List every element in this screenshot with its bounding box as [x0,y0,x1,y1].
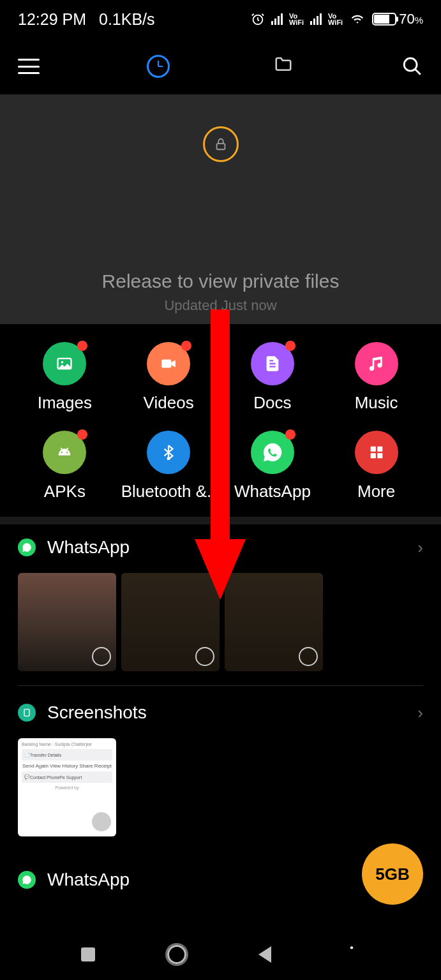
badge-dot [77,429,87,440]
preview-text: Powered by [22,785,112,790]
video-icon [147,342,190,385]
preview-text: Banking Name · Sudipta Chatterjee [22,742,112,746]
section-header-screenshots[interactable]: Screenshots › [18,702,423,723]
folders-tab-icon[interactable] [272,55,295,78]
section-header-whatsapp[interactable]: WhatsApp › [18,537,423,558]
category-label: Docs [253,393,291,413]
chevron-right-icon: › [417,703,423,723]
category-label: WhatsApp [234,482,311,501]
svg-point-4 [61,361,64,364]
badge-dot [181,341,191,351]
category-apks[interactable]: APKs [13,431,117,501]
thumbnail[interactable] [121,573,220,671]
category-whatsapp[interactable]: WhatsApp [221,431,325,501]
battery-icon: 70% [372,11,423,27]
preview-text: 💬 Contact PhonePe Support [22,771,112,783]
divider [0,517,441,524]
status-time: 12:29 PM [18,10,86,29]
search-button[interactable] [401,56,423,77]
alarm-icon [251,12,265,26]
category-label: Music [355,393,398,413]
category-grid: Images Videos Docs Music APKs [0,324,441,517]
screenshot-thumbnails: Banking Name · Sudipta Chatterjee 📄 Tran… [18,738,423,850]
screenshots-icon [18,704,36,722]
vowifi-2-icon: Vo WiFi [328,13,343,26]
whatsapp-icon [18,871,36,889]
svg-rect-12 [377,453,382,458]
app-top-nav [0,38,441,94]
category-label: Bluetooth &.. [121,482,216,501]
svg-point-7 [66,452,68,453]
storage-fab[interactable]: 5GB [362,843,423,905]
svg-rect-10 [377,447,382,452]
category-bluetooth[interactable]: Bluetooth &.. [117,431,221,501]
category-videos[interactable]: Videos [117,342,221,413]
music-icon [355,342,398,385]
svg-rect-11 [370,453,375,458]
preview-text: Send Again View History Share Receipt [22,763,112,769]
pull-subtitle: Updated Just now [164,297,276,314]
select-ring-icon [92,812,111,831]
category-label: Videos [144,393,194,413]
preview-text: 📄 Transfer Details [22,749,112,761]
category-images[interactable]: Images [13,342,117,413]
select-ring-icon [92,647,111,666]
pull-title: Release to view private files [102,271,340,292]
system-nav-bar [0,929,441,980]
badge-dot [285,341,295,351]
menu-button[interactable] [18,59,40,74]
home-button[interactable] [167,945,186,964]
chevron-right-icon: › [417,538,423,558]
svg-point-1 [404,58,417,71]
svg-rect-8 [167,457,170,460]
svg-rect-2 [216,144,225,149]
bluetooth-icon [147,431,190,474]
category-docs[interactable]: Docs [221,342,325,413]
status-net-speed: 0.1KB/s [99,10,155,29]
section-screenshots: Screenshots › Banking Name · Sudipta Cha… [0,686,441,850]
back-button[interactable] [258,946,271,963]
whatsapp-thumbnails [18,573,423,686]
category-more[interactable]: More [324,431,428,501]
svg-point-6 [61,452,63,453]
recent-tab-icon[interactable] [147,55,170,78]
section-title: WhatsApp [47,537,130,558]
section-whatsapp: WhatsApp › [0,524,441,686]
recents-button[interactable] [81,947,95,961]
thumbnail[interactable]: Banking Name · Sudipta Chatterjee 📄 Tran… [18,738,116,836]
thumbnail[interactable] [225,573,323,671]
svg-point-14 [350,946,353,949]
select-ring-icon [195,647,214,666]
svg-rect-5 [161,360,171,368]
signal-2-icon [310,13,322,25]
apk-icon [43,431,86,474]
docs-icon [251,342,294,385]
status-bar: 12:29 PM 0.1KB/s Vo WiFi Vo WiFi 70% [0,0,441,38]
vowifi-1-icon: Vo WiFi [289,13,304,26]
badge-dot [77,341,87,351]
signal-1-icon [271,13,283,25]
fab-label: 5GB [375,865,409,884]
accessibility-button[interactable] [343,944,360,965]
svg-rect-13 [24,709,29,716]
category-label: Images [38,393,92,413]
section-title: WhatsApp [47,870,130,890]
wifi-icon [349,13,366,26]
whatsapp-icon [18,538,36,556]
section-title: Screenshots [47,702,147,723]
select-ring-icon [299,647,318,666]
category-label: More [357,482,395,501]
image-icon [43,342,86,385]
category-music[interactable]: Music [324,342,428,413]
private-files-pull-area[interactable]: Release to view private files Updated Ju… [0,94,441,324]
svg-rect-9 [370,447,375,452]
category-label: APKs [44,482,86,501]
lock-icon [203,126,239,162]
whatsapp-icon [251,431,294,474]
badge-dot [285,429,295,440]
more-icon [355,431,398,474]
thumbnail[interactable] [18,573,116,671]
